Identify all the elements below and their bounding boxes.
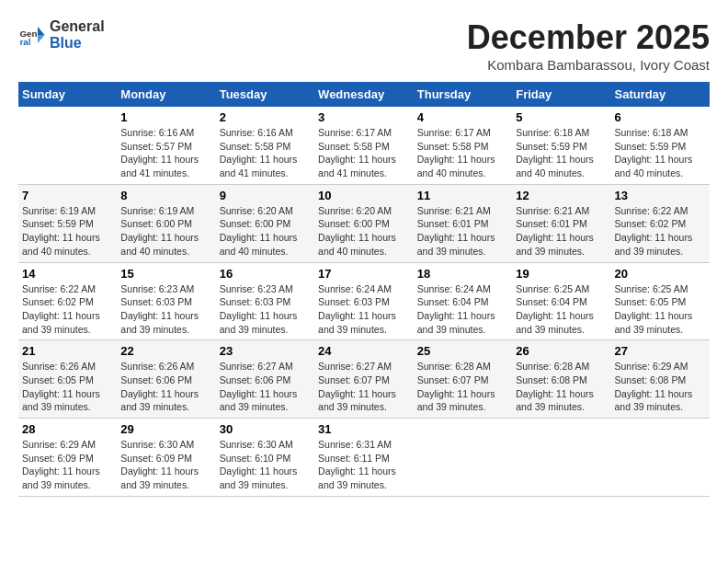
calendar-cell: 12Sunrise: 6:21 AMSunset: 6:01 PMDayligh… xyxy=(512,184,610,262)
day-info: Sunrise: 6:22 AMSunset: 6:02 PMDaylight:… xyxy=(615,204,707,259)
day-number: 15 xyxy=(120,267,211,281)
calendar-cell: 9Sunrise: 6:20 AMSunset: 6:00 PMDaylight… xyxy=(216,184,314,262)
day-number: 3 xyxy=(318,110,410,124)
day-number: 25 xyxy=(417,344,508,358)
calendar-cell: 3Sunrise: 6:17 AMSunset: 5:58 PMDaylight… xyxy=(314,107,414,184)
calendar-cell xyxy=(18,107,117,184)
day-number: 4 xyxy=(417,110,508,124)
day-info: Sunrise: 6:24 AMSunset: 6:03 PMDaylight:… xyxy=(318,282,410,337)
day-info: Sunrise: 6:16 AMSunset: 5:58 PMDaylight:… xyxy=(220,126,311,180)
day-info: Sunrise: 6:29 AMSunset: 6:08 PMDaylight:… xyxy=(615,360,707,414)
calendar-cell: 11Sunrise: 6:21 AMSunset: 6:01 PMDayligh… xyxy=(414,184,512,262)
day-number: 29 xyxy=(120,422,211,436)
day-info: Sunrise: 6:20 AMSunset: 6:00 PMDaylight:… xyxy=(220,204,311,259)
day-number: 10 xyxy=(318,189,410,202)
weekday-header-wednesday: Wednesday xyxy=(314,82,414,107)
day-number: 19 xyxy=(516,267,607,281)
day-number: 24 xyxy=(318,344,410,358)
weekday-header-row: SundayMondayTuesdayWednesdayThursdayFrid… xyxy=(18,82,710,107)
calendar-cell: 6Sunrise: 6:18 AMSunset: 5:59 PMDaylight… xyxy=(611,107,711,184)
day-info: Sunrise: 6:27 AMSunset: 6:07 PMDaylight:… xyxy=(318,360,410,414)
calendar-cell: 5Sunrise: 6:18 AMSunset: 5:59 PMDaylight… xyxy=(512,107,610,184)
day-info: Sunrise: 6:21 AMSunset: 6:01 PMDaylight:… xyxy=(516,204,607,259)
day-number: 11 xyxy=(417,189,508,202)
day-number: 22 xyxy=(120,344,211,358)
day-number: 23 xyxy=(220,344,311,358)
calendar-cell: 29Sunrise: 6:30 AMSunset: 6:09 PMDayligh… xyxy=(117,419,215,497)
calendar-cell: 19Sunrise: 6:25 AMSunset: 6:04 PMDayligh… xyxy=(512,262,610,340)
day-number: 16 xyxy=(220,267,311,281)
day-info: Sunrise: 6:17 AMSunset: 5:58 PMDaylight:… xyxy=(318,126,410,180)
calendar-cell xyxy=(611,419,711,497)
calendar-cell: 23Sunrise: 6:27 AMSunset: 6:06 PMDayligh… xyxy=(216,340,314,419)
week-row-5: 28Sunrise: 6:29 AMSunset: 6:09 PMDayligh… xyxy=(18,419,710,497)
weekday-header-saturday: Saturday xyxy=(611,82,711,107)
logo-blue: Blue xyxy=(50,35,82,51)
page-header: Gene ral General Blue December 2025 Komb… xyxy=(18,18,710,73)
day-info: Sunrise: 6:24 AMSunset: 6:04 PMDaylight:… xyxy=(417,282,508,337)
day-info: Sunrise: 6:26 AMSunset: 6:06 PMDaylight:… xyxy=(120,360,211,414)
week-row-1: 1Sunrise: 6:16 AMSunset: 5:57 PMDaylight… xyxy=(18,107,710,184)
day-info: Sunrise: 6:28 AMSunset: 6:07 PMDaylight:… xyxy=(417,360,508,414)
calendar-cell xyxy=(512,419,610,497)
week-row-3: 14Sunrise: 6:22 AMSunset: 6:02 PMDayligh… xyxy=(18,262,710,340)
weekday-header-sunday: Sunday xyxy=(18,82,117,107)
calendar-cell: 2Sunrise: 6:16 AMSunset: 5:58 PMDaylight… xyxy=(216,107,314,184)
day-info: Sunrise: 6:31 AMSunset: 6:11 PMDaylight:… xyxy=(318,438,410,492)
title-block: December 2025 Kombara Bambarassou, Ivory… xyxy=(467,18,710,73)
day-number: 30 xyxy=(220,422,311,436)
logo-general: General xyxy=(50,18,105,34)
day-info: Sunrise: 6:23 AMSunset: 6:03 PMDaylight:… xyxy=(220,282,311,337)
day-info: Sunrise: 6:30 AMSunset: 6:09 PMDaylight:… xyxy=(120,438,211,492)
calendar-cell: 24Sunrise: 6:27 AMSunset: 6:07 PMDayligh… xyxy=(314,340,414,419)
day-info: Sunrise: 6:22 AMSunset: 6:02 PMDaylight:… xyxy=(22,282,113,337)
day-number: 1 xyxy=(120,110,211,124)
calendar-cell: 27Sunrise: 6:29 AMSunset: 6:08 PMDayligh… xyxy=(611,340,711,419)
day-number: 5 xyxy=(516,110,607,124)
day-number: 28 xyxy=(22,422,113,436)
day-info: Sunrise: 6:29 AMSunset: 6:09 PMDaylight:… xyxy=(22,438,113,492)
calendar-cell: 14Sunrise: 6:22 AMSunset: 6:02 PMDayligh… xyxy=(18,262,117,340)
day-info: Sunrise: 6:25 AMSunset: 6:04 PMDaylight:… xyxy=(516,282,607,337)
calendar-cell: 13Sunrise: 6:22 AMSunset: 6:02 PMDayligh… xyxy=(611,184,711,262)
weekday-header-thursday: Thursday xyxy=(414,82,512,107)
day-info: Sunrise: 6:18 AMSunset: 5:59 PMDaylight:… xyxy=(516,126,607,180)
day-info: Sunrise: 6:27 AMSunset: 6:06 PMDaylight:… xyxy=(220,360,311,414)
calendar-cell: 16Sunrise: 6:23 AMSunset: 6:03 PMDayligh… xyxy=(216,262,314,340)
calendar-cell: 17Sunrise: 6:24 AMSunset: 6:03 PMDayligh… xyxy=(314,262,414,340)
day-number: 13 xyxy=(615,189,707,202)
day-info: Sunrise: 6:25 AMSunset: 6:05 PMDaylight:… xyxy=(615,282,707,337)
day-info: Sunrise: 6:20 AMSunset: 6:00 PMDaylight:… xyxy=(318,204,410,259)
calendar-cell: 15Sunrise: 6:23 AMSunset: 6:03 PMDayligh… xyxy=(117,262,215,340)
calendar-cell: 7Sunrise: 6:19 AMSunset: 5:59 PMDaylight… xyxy=(18,184,117,262)
day-number: 17 xyxy=(318,267,410,281)
day-number: 12 xyxy=(516,189,607,202)
day-info: Sunrise: 6:17 AMSunset: 5:58 PMDaylight:… xyxy=(417,126,508,180)
day-number: 18 xyxy=(417,267,508,281)
day-info: Sunrise: 6:19 AMSunset: 5:59 PMDaylight:… xyxy=(22,204,113,259)
logo: Gene ral General Blue xyxy=(18,18,105,51)
day-number: 26 xyxy=(516,344,607,358)
calendar-cell: 10Sunrise: 6:20 AMSunset: 6:00 PMDayligh… xyxy=(314,184,414,262)
day-number: 27 xyxy=(615,344,707,358)
calendar-cell: 8Sunrise: 6:19 AMSunset: 6:00 PMDaylight… xyxy=(117,184,215,262)
weekday-header-monday: Monday xyxy=(117,82,215,107)
day-number: 21 xyxy=(22,344,113,358)
calendar-cell: 31Sunrise: 6:31 AMSunset: 6:11 PMDayligh… xyxy=(314,419,414,497)
weekday-header-tuesday: Tuesday xyxy=(216,82,314,107)
logo-icon: Gene ral xyxy=(18,21,46,49)
calendar-cell: 4Sunrise: 6:17 AMSunset: 5:58 PMDaylight… xyxy=(414,107,512,184)
day-info: Sunrise: 6:19 AMSunset: 6:00 PMDaylight:… xyxy=(120,204,211,259)
day-number: 9 xyxy=(220,189,311,202)
weekday-header-friday: Friday xyxy=(512,82,610,107)
day-info: Sunrise: 6:23 AMSunset: 6:03 PMDaylight:… xyxy=(120,282,211,337)
day-number: 8 xyxy=(120,189,211,202)
calendar-cell: 20Sunrise: 6:25 AMSunset: 6:05 PMDayligh… xyxy=(611,262,711,340)
svg-marker-3 xyxy=(38,35,45,43)
calendar-cell: 22Sunrise: 6:26 AMSunset: 6:06 PMDayligh… xyxy=(117,340,215,419)
day-number: 20 xyxy=(615,267,707,281)
day-number: 6 xyxy=(615,110,707,124)
calendar-cell: 1Sunrise: 6:16 AMSunset: 5:57 PMDaylight… xyxy=(117,107,215,184)
week-row-2: 7Sunrise: 6:19 AMSunset: 5:59 PMDaylight… xyxy=(18,184,710,262)
day-number: 7 xyxy=(22,189,113,202)
